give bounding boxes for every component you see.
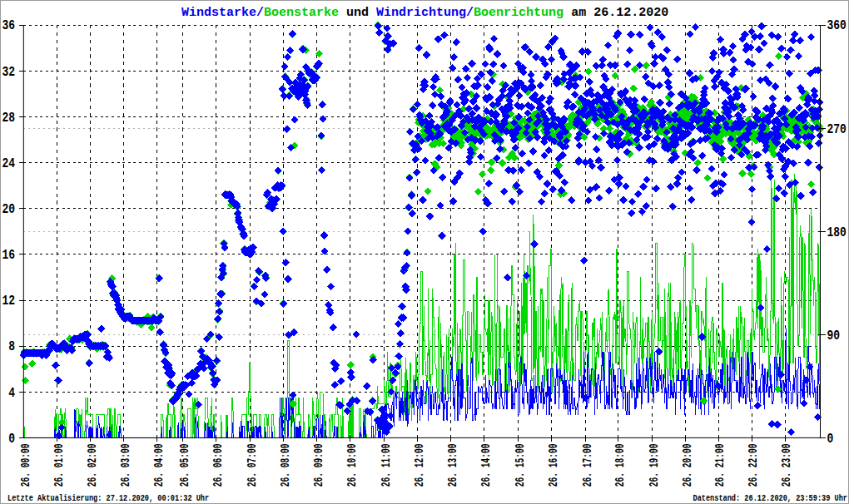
svg-text:26. 04:00: 26. 04:00: [152, 444, 166, 487]
svg-text:Datenstand: 26.12.2020, 23:59:: Datenstand: 26.12.2020, 23:59:39 Uhr: [693, 493, 848, 503]
svg-text:20: 20: [2, 202, 15, 217]
svg-text:26. 11:00: 26. 11:00: [380, 444, 394, 487]
svg-text:0: 0: [827, 432, 834, 447]
svg-text:90: 90: [827, 328, 841, 343]
svg-text:26. 23:00: 26. 23:00: [780, 444, 794, 487]
svg-text:26. 09:00: 26. 09:00: [312, 444, 326, 487]
svg-text:26. 08:00: 26. 08:00: [279, 444, 293, 487]
svg-text:16: 16: [2, 248, 15, 263]
svg-text:26. 17:00: 26. 17:00: [581, 444, 595, 487]
svg-text:Letzte Aktualisierung: 27.12.2: Letzte Aktualisierung: 27.12.2020, 00:01…: [7, 493, 209, 503]
svg-text:270: 270: [827, 121, 847, 136]
svg-text:12: 12: [2, 294, 15, 309]
svg-text:26. 18:00: 26. 18:00: [613, 444, 628, 487]
svg-text:Windstarke/Boenstarke und Wind: Windstarke/Boenstarke und Windrichtung/B…: [181, 6, 668, 20]
svg-text:28: 28: [2, 111, 15, 126]
svg-text:24: 24: [2, 156, 15, 171]
svg-text:26. 03:00: 26. 03:00: [119, 444, 133, 487]
svg-text:26. 02:00: 26. 02:00: [86, 444, 100, 487]
svg-text:26. 10:00: 26. 10:00: [345, 444, 360, 487]
svg-text:26. 06:00: 26. 06:00: [211, 444, 226, 487]
svg-text:26. 15:00: 26. 15:00: [514, 444, 528, 487]
svg-text:36: 36: [2, 18, 15, 33]
svg-text:32: 32: [2, 64, 15, 79]
svg-text:26. 07:00: 26. 07:00: [246, 444, 260, 487]
svg-text:26. 13:00: 26. 13:00: [446, 444, 460, 487]
svg-text:26. 14:00: 26. 14:00: [479, 444, 494, 487]
svg-text:26. 22:00: 26. 22:00: [747, 444, 761, 487]
svg-text:26. 05:00: 26. 05:00: [178, 444, 192, 487]
svg-text:26. 00:00: 26. 00:00: [19, 444, 33, 487]
svg-text:26. 01:00: 26. 01:00: [52, 444, 67, 487]
svg-text:360: 360: [827, 18, 847, 33]
svg-text:4: 4: [8, 385, 15, 400]
svg-text:26. 12:00: 26. 12:00: [413, 444, 427, 487]
svg-text:26. 19:00: 26. 19:00: [648, 444, 662, 487]
svg-text:0: 0: [8, 432, 15, 447]
svg-text:26. 21:00: 26. 21:00: [713, 444, 727, 487]
svg-text:26. 20:00: 26. 20:00: [681, 444, 695, 487]
svg-text:180: 180: [827, 225, 847, 240]
svg-text:8: 8: [8, 339, 15, 354]
svg-text:26. 16:00: 26. 16:00: [547, 444, 561, 487]
